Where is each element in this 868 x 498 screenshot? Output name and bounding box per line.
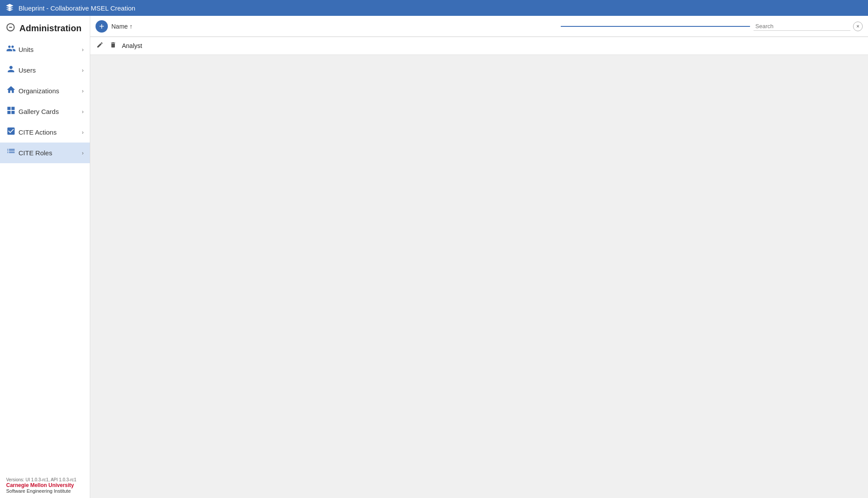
sidebar-item-cite-actions-label: CITE Actions — [18, 128, 82, 136]
sidebar-item-cite-actions[interactable]: CITE Actions › — [0, 122, 90, 143]
content-body: Analyst — [90, 37, 868, 498]
building-icon — [6, 85, 18, 97]
table-row: Analyst — [90, 37, 868, 55]
sidebar-item-units-label: Units — [18, 46, 82, 53]
version-text: Versions: UI 1.0.3-rc1, API 1.0.3-rc1 — [6, 477, 84, 482]
sidebar-header: Administration — [0, 16, 90, 39]
sidebar-footer: Versions: UI 1.0.3-rc1, API 1.0.3-rc1 Ca… — [0, 473, 90, 498]
search-wrapper: × — [754, 22, 863, 31]
sidebar-item-units[interactable]: Units › — [0, 39, 90, 60]
chevron-right-icon-orgs: › — [82, 88, 84, 94]
people-group-icon — [6, 44, 18, 55]
content-area: + Name ↑ × — [90, 16, 868, 498]
sidebar: Administration Units › — [0, 16, 90, 498]
sidebar-item-users[interactable]: Users › — [0, 60, 90, 81]
chevron-right-icon-gallery: › — [82, 109, 84, 115]
main-layout: Administration Units › — [0, 16, 868, 498]
chevron-right-icon-cite-roles: › — [82, 150, 84, 156]
row-label-analyst: Analyst — [122, 42, 142, 49]
sidebar-item-cite-roles-label: CITE Roles — [18, 149, 82, 157]
person-icon — [6, 64, 18, 76]
sidebar-title: Administration — [19, 23, 81, 33]
chevron-right-icon-cite-actions: › — [82, 129, 84, 135]
edit-row-button[interactable] — [96, 40, 104, 51]
content-toolbar: + Name ↑ × — [90, 16, 868, 37]
name-column-header: Name ↑ — [111, 23, 557, 30]
search-input[interactable] — [754, 22, 850, 31]
sort-asc-icon: ↑ — [129, 23, 132, 30]
delete-row-button[interactable] — [109, 40, 118, 51]
topbar-title: Blueprint - Collaborative MSEL Creation — [18, 4, 135, 12]
checkbox-icon — [6, 126, 18, 138]
sidebar-close-button[interactable] — [6, 23, 15, 34]
sidebar-item-gallery-cards[interactable]: Gallery Cards › — [0, 101, 90, 122]
close-icon: × — [856, 23, 859, 29]
grid-icon — [6, 106, 18, 117]
name-column-label: Name — [111, 23, 128, 30]
sidebar-item-organizations[interactable]: Organizations › — [0, 81, 90, 101]
sidebar-item-organizations-label: Organizations — [18, 87, 82, 95]
close-search-button[interactable]: × — [853, 22, 863, 31]
chevron-right-icon-users: › — [82, 67, 84, 73]
cmu-title: Carnegie Mellon University — [6, 482, 84, 488]
sidebar-item-cite-roles[interactable]: CITE Roles › — [0, 143, 90, 163]
sidebar-nav: Units › Users › Or — [0, 39, 90, 473]
add-button[interactable]: + — [96, 20, 108, 33]
sidebar-item-gallery-cards-label: Gallery Cards — [18, 108, 82, 115]
sei-subtitle: Software Engineering Institute — [6, 488, 84, 494]
sidebar-item-users-label: Users — [18, 66, 82, 74]
list-icon — [6, 147, 18, 159]
topbar: Blueprint - Collaborative MSEL Creation — [0, 0, 868, 16]
chevron-right-icon-units: › — [82, 47, 84, 53]
column-divider — [561, 26, 750, 27]
blueprint-icon — [5, 3, 14, 13]
